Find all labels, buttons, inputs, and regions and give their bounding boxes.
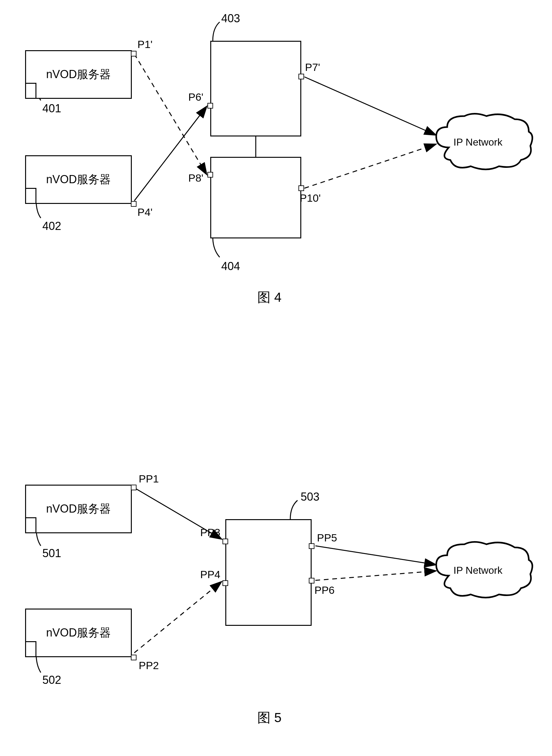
label-p6: P6' [188,91,203,103]
port-p10 [298,185,304,191]
ip-network-cloud-fig4: IP Network [430,110,537,177]
port-pp5 [309,543,314,549]
svg-line-10 [315,571,436,580]
ip-network-cloud-fig5: IP Network [430,538,537,605]
port-p7 [298,74,304,79]
switch-404 [210,157,301,238]
svg-line-2 [304,77,436,135]
figure-4-caption: 图 4 [257,289,281,306]
label-p7: P7' [305,61,320,73]
label-p8: P8' [188,172,203,184]
label-pp3: PP3 [200,526,220,539]
server-502-label: nVOD服务器 [46,625,111,640]
callout-503: 503 [301,490,319,504]
callout-501: 501 [42,547,61,560]
port-pp1 [131,485,137,490]
port-p8 [208,172,213,178]
figure-5-caption: 图 5 [257,709,281,727]
label-pp4: PP4 [200,568,220,581]
callout-401: 401 [42,102,61,115]
port-pp6 [309,578,314,583]
svg-line-6 [134,582,221,653]
nvod-server-2: nVOD服务器 [25,155,132,204]
svg-line-1 [134,54,206,174]
port-pp4 [223,580,228,586]
switch-403 [210,41,301,137]
server-501-label: nVOD服务器 [46,501,111,517]
port-p6 [208,103,213,109]
figure-4: nVOD服务器 401 nVOD服务器 402 403 404 P1' P4' … [0,0,552,345]
port-pp3 [223,539,228,544]
switch-503 [225,519,312,626]
nvod-server-502: nVOD服务器 [25,608,132,657]
callout-502: 502 [42,674,61,687]
callout-404: 404 [221,260,240,273]
svg-line-3 [304,144,436,188]
svg-line-9 [315,546,436,565]
label-pp5: PP5 [317,532,337,544]
label-pp6: PP6 [314,584,334,596]
port-p4 [131,201,137,207]
svg-line-0 [134,107,206,201]
nvod-server-501: nVOD服务器 [25,485,132,533]
server-1-label: nVOD服务器 [46,67,111,82]
label-pp1: PP1 [139,473,159,485]
label-pp2: PP2 [139,659,159,672]
nvod-server-1: nVOD服务器 [25,50,132,99]
port-p1 [131,51,137,56]
port-pp2 [131,655,137,660]
label-p1: P1' [137,38,152,50]
figure-5: nVOD服务器 501 nVOD服务器 502 503 PP1 PP2 PP3 … [0,414,552,728]
cloud-label-fig5: IP Network [453,565,503,576]
cloud-label-fig4: IP Network [453,137,503,148]
server-2-label: nVOD服务器 [46,172,111,187]
callout-403: 403 [221,12,240,25]
label-p4: P4' [137,206,152,218]
label-p10: P10' [300,192,321,204]
callout-402: 402 [42,220,61,233]
